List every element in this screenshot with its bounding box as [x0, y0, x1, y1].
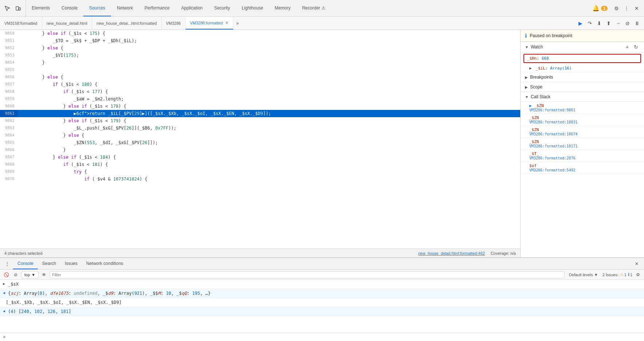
debug-toolbar-inline: ▶ ↷ ⬇ ⬆ → ⊘ ⏸ [573, 17, 644, 30]
tab-network[interactable]: Network [111, 0, 139, 16]
code-line-9869: 9869 try { [0, 168, 520, 175]
line-num-9869: 9869 [0, 168, 18, 175]
step-into-btn[interactable]: ⬇ [595, 19, 603, 27]
step-out-btn[interactable]: ⬆ [605, 19, 613, 27]
callstack-item-1[interactable]: _$ZN VM3286:formatted:10831 [521, 114, 644, 126]
file-tab-vm3286-label: VM3286 [166, 21, 181, 25]
entry-content-2: [_$sX._$Xb, _$sX._$oI, _$sX._$EN, _$sX._… [6, 299, 641, 306]
line-content-9856: } else { [18, 74, 520, 81]
tab-memory[interactable]: Memory [269, 0, 296, 16]
callstack-item-3[interactable]: _$ZN VM3286:formatted:10171 [521, 138, 644, 150]
breakpoints-title: Breakpoints [530, 75, 640, 80]
file-tab-close-btn[interactable]: ✕ [225, 20, 229, 25]
bottom-tab-network-conditions[interactable]: Network conditions [82, 258, 127, 269]
tab-sources[interactable]: Sources [83, 0, 111, 16]
code-editor[interactable]: 9850 } else if (_$1s < 175) {9851 _$TO =… [0, 30, 520, 249]
callstack-file-2[interactable]: VM3286:formatted:10674 [529, 132, 577, 136]
file-tab-vm3286-formatted[interactable]: VM3286:formatted ✕ [186, 17, 234, 29]
watch-add-btn[interactable]: + [624, 44, 630, 50]
callstack-item-2[interactable]: _$ZN VM3286:formatted:10674 [521, 126, 644, 138]
step-over-btn[interactable]: ↷ [586, 19, 594, 27]
watch-key-il: _$iL [536, 66, 545, 71]
file-tab-new-house[interactable]: new_house_detail.html [42, 17, 92, 29]
console-filter-input[interactable] [50, 271, 565, 278]
more-btn[interactable]: ⋮ [622, 4, 631, 13]
watch-colon2: : [545, 66, 550, 71]
watch-val-il: Array(16) [550, 66, 572, 71]
file-tabs-more-btn[interactable]: » [233, 17, 242, 29]
callstack-file-4[interactable]: VM3286:formatted:2076 [529, 156, 575, 160]
watch-expand-il[interactable]: ▶ [529, 66, 532, 71]
file-tab-vm3158[interactable]: VM3158:formatted [0, 17, 42, 29]
callstack-item-0[interactable]: _$ZN VM3286:formatted:9861 [521, 102, 644, 114]
issues-warn-badge: ⚠ 1 [620, 272, 627, 277]
scope-section-header[interactable]: ▶ Scope [521, 82, 644, 92]
watch-item-il: ▶ _$iL: Array(16) [521, 64, 644, 72]
line-num-9853: 9853 [0, 52, 18, 59]
entry-arrow-1[interactable]: ◀ [3, 291, 5, 295]
console-entry-1: ◀{scj: Array(0), dfe1675: undefined, _$d… [0, 289, 644, 298]
bottom-tab-console[interactable]: Console [13, 258, 38, 269]
console-context-selector[interactable]: top ▼ [21, 271, 39, 278]
console-levels-btn[interactable]: Default levels ▼ [566, 273, 601, 277]
watch-refresh-btn[interactable]: ↻ [632, 44, 640, 50]
info-icon-badge: ℹ [628, 272, 629, 277]
inspect-element-btn[interactable] [3, 4, 12, 13]
console-gear-btn[interactable]: ⚙ [634, 271, 642, 279]
tab-console[interactable]: Console [56, 0, 83, 16]
console-filter-toggle-btn[interactable]: ⊘ [12, 271, 20, 279]
info-icon: ℹ [525, 33, 527, 39]
line-num-9859: 9859 [0, 95, 18, 103]
line-num-9856: 9856 [0, 74, 18, 81]
watch-section-header[interactable]: ▼ Watch + ↻ [521, 42, 644, 52]
console-output[interactable]: ▶_$sX◀{scj: Array(0), dfe1675: undefined… [0, 280, 644, 333]
issues-info-badge: ℹ 1 [628, 272, 632, 277]
settings-btn[interactable]: ⚙ [612, 4, 621, 13]
callstack-fn-0: _$ZN [529, 103, 544, 108]
code-line-9868: 9868 if (_$1s < 181) { [0, 161, 520, 168]
tab-elements[interactable]: Elements [26, 0, 56, 16]
pause-on-exceptions-btn[interactable]: ⏸ [633, 19, 641, 27]
callstack-file-5[interactable]: VM3286:formatted:5492 [529, 168, 575, 172]
callstack-fn-1: _$ZN [529, 115, 539, 120]
notification-btn[interactable]: 🔔 1 [589, 3, 611, 13]
tab-recorder[interactable]: Recorder ⚠ [296, 0, 331, 16]
step-btn[interactable]: → [614, 19, 622, 27]
console-eye-btn[interactable]: 👁 [40, 271, 48, 279]
file-tab-vm3286[interactable]: VM3286 [162, 17, 186, 29]
close-btn[interactable]: ✕ [632, 4, 641, 13]
paused-label: Paused on breakpoint [530, 33, 572, 38]
resume-btn[interactable]: ▶ [576, 19, 584, 27]
code-line-9864: 9864 } else { [0, 132, 520, 139]
callstack-item-5[interactable]: $of VM3286:formatted:5492 [521, 162, 644, 174]
line-num-9867: 9867 [0, 154, 18, 161]
callstack-file-3[interactable]: VM3286:formatted:10171 [529, 144, 577, 148]
tab-application[interactable]: Application [175, 0, 209, 16]
code-line-9852: 9852 } else { [0, 44, 520, 52]
entry-arrow-3[interactable]: ◀ [3, 309, 5, 313]
file-tab-new-house-formatted[interactable]: new_house_detai...html:formatted [92, 17, 162, 29]
callstack-section-header[interactable]: ▼ Call Stack [521, 92, 644, 102]
deactivate-breakpoints-btn[interactable]: ⊘ [624, 19, 632, 27]
tab-security[interactable]: Security [209, 0, 236, 16]
bottom-tab-search[interactable]: Search [38, 258, 60, 269]
callstack-file-0[interactable]: VM3286:formatted:9861 [529, 108, 575, 112]
svg-rect-1 [19, 8, 20, 10]
tab-performance[interactable]: Performance [139, 0, 175, 16]
callstack-item-4[interactable]: _$T_ VM3286:formatted:2076 [521, 150, 644, 162]
entry-arrow-0[interactable]: ▶ [3, 282, 5, 286]
tab-lighthouse[interactable]: Lighthouse [236, 0, 269, 16]
callstack-fn-2: _$ZN [529, 127, 539, 132]
console-settings-btn[interactable]: ⋮ [3, 259, 12, 268]
breakpoints-section-header[interactable]: ▶ Breakpoints [521, 72, 644, 82]
console-clear-btn[interactable]: 🚫 [2, 271, 10, 279]
callstack-file-1[interactable]: VM3286:formatted:10831 [529, 120, 577, 124]
code-line-9855: 9855 [0, 66, 520, 74]
callstack-triangle: ▼ [525, 95, 529, 99]
console-input[interactable] [8, 334, 641, 340]
device-toolbar-btn[interactable] [14, 4, 23, 13]
file-location-link[interactable]: new_house_detail.html:formatted:462 [418, 251, 485, 255]
bottom-close-btn[interactable]: ✕ [632, 259, 641, 268]
scope-triangle: ▶ [525, 85, 528, 89]
bottom-tab-issues[interactable]: Issues [60, 258, 82, 269]
